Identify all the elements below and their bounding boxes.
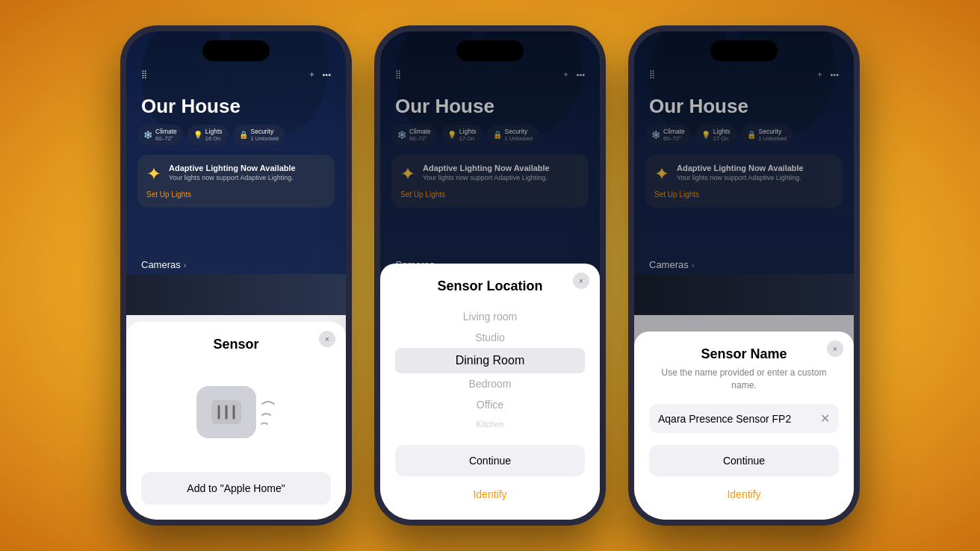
name-modal-title: Sensor Name bbox=[649, 346, 839, 362]
location-modal-title: Sensor Location bbox=[395, 278, 585, 294]
pill-security-1[interactable]: 🔒 Security 1 Unlocked bbox=[233, 125, 285, 145]
phone-3: ⣿ ＋ ••• Our House ❄️ Climate 60–72° 💡 Li… bbox=[628, 25, 860, 526]
clear-input-icon[interactable]: ✕ bbox=[820, 411, 830, 426]
waveform-icon-1: ⣿ bbox=[141, 69, 147, 79]
adaptive-card-1: ✦ Adaptive Lighting Now Available Your l… bbox=[137, 155, 335, 208]
location-continue-button[interactable]: Continue bbox=[395, 445, 585, 476]
security-sub-1: 1 Unlocked bbox=[251, 135, 279, 142]
location-bedroom[interactable]: Bedroom bbox=[395, 373, 585, 394]
location-dining-room[interactable]: Dining Room bbox=[395, 348, 585, 373]
location-identify-link[interactable]: Identify bbox=[395, 484, 585, 505]
lights-label-1: Lights bbox=[205, 128, 223, 135]
sensor-name-input-row[interactable]: Aqara Presence Sensor FP2 ✕ bbox=[649, 404, 839, 433]
location-studio[interactable]: Studio bbox=[395, 327, 585, 348]
security-icon-1: 🔒 bbox=[239, 131, 248, 139]
lights-sub-1: 16 On bbox=[205, 135, 223, 142]
name-modal-close[interactable]: × bbox=[827, 340, 843, 357]
cameras-label-1: Cameras bbox=[141, 259, 181, 270]
plus-icon-1[interactable]: ＋ bbox=[308, 69, 316, 80]
pill-lights-1[interactable]: 💡 Lights 16 On bbox=[187, 125, 229, 145]
camera-strip-1 bbox=[126, 274, 346, 315]
name-identify-link[interactable]: Identify bbox=[649, 484, 839, 505]
house-title-1: Our House bbox=[141, 95, 241, 118]
sensor-modal: × Sensor bbox=[126, 322, 346, 520]
location-kitchen[interactable]: Kitchen bbox=[395, 415, 585, 433]
security-label-1: Security bbox=[251, 128, 279, 135]
dynamic-island-1 bbox=[202, 40, 270, 61]
phone-1: ⣿ ＋ ••• Our House ❄️ Climate 60–72° 💡 Li… bbox=[120, 25, 352, 526]
adaptive-title-1: Adaptive Lighting Now Available bbox=[169, 164, 296, 172]
cameras-arrow-1: › bbox=[184, 261, 187, 270]
dynamic-island-2 bbox=[456, 40, 524, 61]
sensor-modal-close[interactable]: × bbox=[319, 331, 335, 347]
category-pills-1: ❄️ Climate 60–72° 💡 Lights 16 On 🔒 Secur… bbox=[137, 125, 285, 145]
climate-icon-1: ❄️ bbox=[143, 131, 152, 139]
dynamic-island-3 bbox=[710, 40, 778, 61]
name-modal: × Sensor Name Use the name provided or e… bbox=[634, 331, 854, 520]
lights-icon-1: 💡 bbox=[193, 131, 202, 139]
status-bar-1: ⣿ ＋ ••• bbox=[126, 69, 346, 80]
setup-link-1[interactable]: Set Up Lights bbox=[146, 190, 326, 199]
cameras-section-1[interactable]: Cameras › bbox=[141, 259, 186, 270]
adaptive-icon-1: ✦ bbox=[146, 164, 161, 184]
sensor-device-icon bbox=[196, 386, 256, 438]
sensor-icon-area bbox=[141, 367, 331, 457]
ellipsis-icon-1[interactable]: ••• bbox=[322, 70, 331, 79]
pill-climate-1[interactable]: ❄️ Climate 60–72° bbox=[137, 125, 183, 145]
name-continue-button[interactable]: Continue bbox=[649, 445, 839, 476]
sensor-modal-title: Sensor bbox=[141, 337, 331, 352]
location-modal-close[interactable]: × bbox=[573, 273, 589, 289]
sensor-name-input[interactable]: Aqara Presence Sensor FP2 bbox=[658, 413, 820, 425]
location-modal: × Sensor Location Living room Studio Din… bbox=[380, 264, 600, 520]
phone-2: ⣿ ＋ ••• Our House ❄️ Climate 60–72° 💡 Li… bbox=[374, 25, 606, 526]
climate-sub-1: 60–72° bbox=[155, 135, 177, 142]
location-office[interactable]: Office bbox=[395, 394, 585, 415]
location-list: Living room Studio Dining Room Bedroom O… bbox=[395, 306, 585, 433]
climate-label-1: Climate bbox=[155, 128, 177, 135]
adaptive-body-1: Your lights now support Adaptive Lightin… bbox=[169, 174, 296, 183]
add-to-home-button[interactable]: Add to "Apple Home" bbox=[141, 472, 331, 505]
location-living-room[interactable]: Living room bbox=[395, 306, 585, 327]
name-modal-subtitle: Use the name provided or enter a custom … bbox=[649, 367, 839, 392]
